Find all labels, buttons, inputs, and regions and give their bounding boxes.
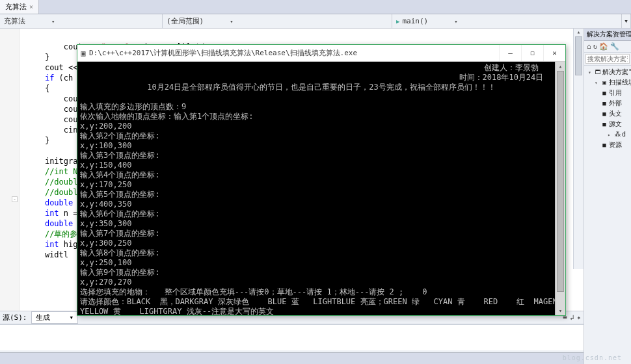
home-icon[interactable]: ⌂	[587, 42, 591, 51]
app-icon: ▣	[77, 49, 89, 58]
scroll-thumb[interactable]	[575, 36, 582, 75]
wrap-icon[interactable]: ↲	[570, 313, 574, 322]
tree-d[interactable]: d	[622, 131, 626, 138]
scope-file[interactable]: 充算法 ▾	[0, 14, 163, 28]
scope-bar: 充算法 ▾ (全局范围) ▾ ▶ main() ▾ ▾	[0, 14, 631, 29]
properties-icon[interactable]: 🔧	[610, 42, 619, 51]
close-icon[interactable]: ×	[29, 3, 33, 10]
tree-ext[interactable]: 外部	[609, 99, 622, 107]
solution-tree[interactable]: ▾🗔解决方案"扫 ▾▣扫描线填 ■引用 ■外部 ■头文 ■源文 ▸⁂d ■资源	[584, 66, 631, 151]
tree-res[interactable]: 资源	[609, 141, 622, 148]
tab-label: 充算法	[5, 2, 27, 12]
scope-scope[interactable]: (全局范围) ▾	[163, 14, 392, 28]
search-input[interactable]	[585, 54, 630, 64]
show-all-icon[interactable]: 🏠	[599, 42, 608, 51]
tree-solution[interactable]: 解决方案"扫	[602, 68, 631, 75]
editor-tab[interactable]: 充算法 ×	[0, 0, 39, 14]
chevron-down-icon: ▾	[454, 18, 457, 25]
console-titlebar[interactable]: ▣ D:\c++\c++2017\计算机图形学\扫描线填充算法\Release\…	[77, 45, 565, 62]
output-panel: 源(S): 生成 ▾ ≡ ↲ ✦	[0, 311, 584, 364]
scope-file-label: 充算法	[4, 16, 25, 26]
panel-toolbar: ⌂ ↻ 🏠 🔧	[584, 41, 631, 53]
scope-scope-label: (全局范围)	[167, 16, 204, 26]
scroll-up-icon[interactable]: ▴	[574, 29, 584, 35]
output-source-label: 源(S):	[3, 313, 27, 322]
refresh-icon[interactable]: ↻	[593, 42, 598, 51]
chevron-down-icon: ▾	[230, 18, 233, 25]
scroll-up-icon[interactable]: ▴	[556, 62, 565, 71]
play-icon: ▶	[396, 18, 399, 25]
console-scrollbar[interactable]: ▴ ▾	[555, 62, 565, 315]
minimize-button[interactable]: —	[499, 45, 521, 61]
watermark: blog.csdn.net	[563, 354, 622, 361]
output-content[interactable]	[0, 324, 584, 350]
chevron-down-icon: ▾	[70, 313, 74, 322]
editor-scrollbar[interactable]: ▴	[573, 29, 584, 269]
console-window: ▣ D:\c++\c++2017\计算机图形学\扫描线填充算法\Release\…	[77, 44, 566, 316]
combo-value: 生成	[36, 313, 50, 322]
maximize-button[interactable]: ☐	[521, 45, 543, 61]
scroll-down-icon[interactable]: ▾	[556, 306, 565, 315]
editor-tabstrip: 充算法 ×	[0, 0, 631, 14]
close-button[interactable]: ✕	[543, 45, 565, 61]
chevron-down-icon: ▾	[51, 18, 55, 25]
scope-func[interactable]: ▶ main() ▾	[392, 14, 622, 28]
fold-icon[interactable]: -	[12, 196, 18, 202]
scope-func-label: main()	[402, 17, 428, 25]
tree-project[interactable]: 扫描线填	[609, 79, 631, 86]
tree-hdr[interactable]: 头文	[609, 110, 622, 117]
console-output[interactable]: 创建人：李景勃 时间：2018年10月24日 10月24日是全部程序员值得开心的…	[77, 62, 565, 315]
panel-search	[584, 53, 631, 66]
tree-src[interactable]: 源文	[609, 120, 622, 127]
split-button[interactable]: ▾	[622, 14, 631, 28]
output-source-combo[interactable]: 生成 ▾	[31, 311, 79, 324]
panel-title: 解决方案资管理	[584, 29, 631, 41]
tree-refs[interactable]: 引用	[609, 89, 622, 96]
scroll-thumb[interactable]	[557, 71, 564, 292]
lock-icon[interactable]: ✦	[576, 313, 581, 322]
console-title: D:\c++\c++2017\计算机图形学\扫描线填充算法\Release\扫描…	[89, 48, 499, 58]
solution-explorer: 解决方案资管理 ⌂ ↻ 🏠 🔧 ▾🗔解决方案"扫 ▾▣扫描线填 ■引用 ■外部 …	[584, 29, 631, 364]
status-strip	[0, 352, 584, 364]
